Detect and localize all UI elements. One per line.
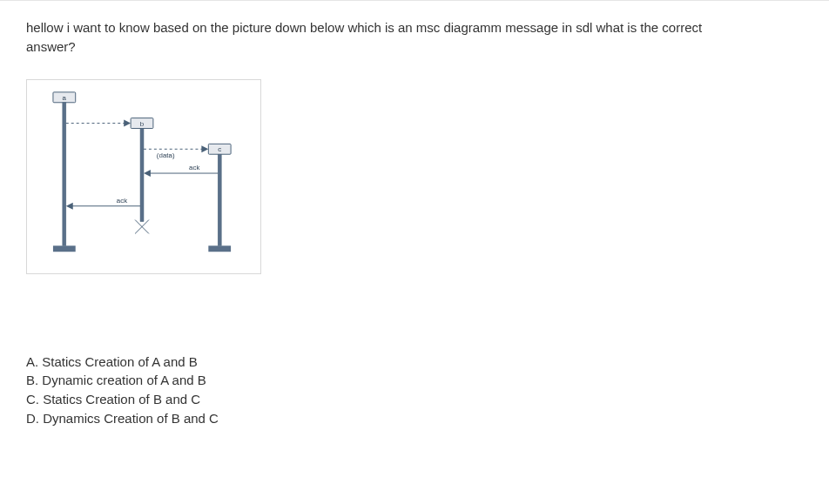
question-line-2: answer? bbox=[26, 39, 76, 54]
lifeline-bar-c bbox=[218, 154, 221, 245]
lifeline-foot-a bbox=[53, 245, 76, 252]
lifeline-bar-a bbox=[63, 102, 66, 245]
option-b[interactable]: B. Dynamic creation of A and B bbox=[26, 371, 803, 390]
create-arrowhead-a-b bbox=[124, 119, 131, 126]
lifeline-bar-b bbox=[140, 128, 144, 221]
terminate-icon bbox=[135, 219, 149, 233]
ack-arrowhead-c-b bbox=[144, 170, 151, 177]
option-d[interactable]: D. Dynamics Creation of B and C bbox=[26, 409, 803, 428]
lifeline-label-a: a bbox=[63, 93, 67, 101]
msc-svg: a b (data) c ack bbox=[27, 80, 260, 273]
lifeline-label-b: b bbox=[140, 119, 145, 127]
option-c[interactable]: C. Statics Creation of B and C bbox=[26, 390, 803, 409]
question-line-1: hellow i want to know based on the pictu… bbox=[26, 20, 702, 35]
lifeline-label-c: c bbox=[218, 145, 221, 153]
answer-options: A. Statics Creation of A and B B. Dynami… bbox=[26, 353, 803, 428]
create-arrowhead-b-c bbox=[201, 145, 208, 152]
msc-diagram: a b (data) c ack bbox=[26, 79, 261, 274]
page-top-divider bbox=[0, 0, 829, 1]
option-a[interactable]: A. Statics Creation of A and B bbox=[26, 353, 803, 372]
ack-arrowhead-b-a bbox=[66, 202, 73, 209]
msg-label-data: (data) bbox=[157, 151, 175, 159]
msg-label-ack-ab: ack bbox=[117, 196, 127, 204]
question-text: hellow i want to know based on the pictu… bbox=[26, 18, 803, 57]
msg-label-ack-bc: ack bbox=[189, 164, 199, 171]
lifeline-foot-c bbox=[208, 245, 231, 252]
